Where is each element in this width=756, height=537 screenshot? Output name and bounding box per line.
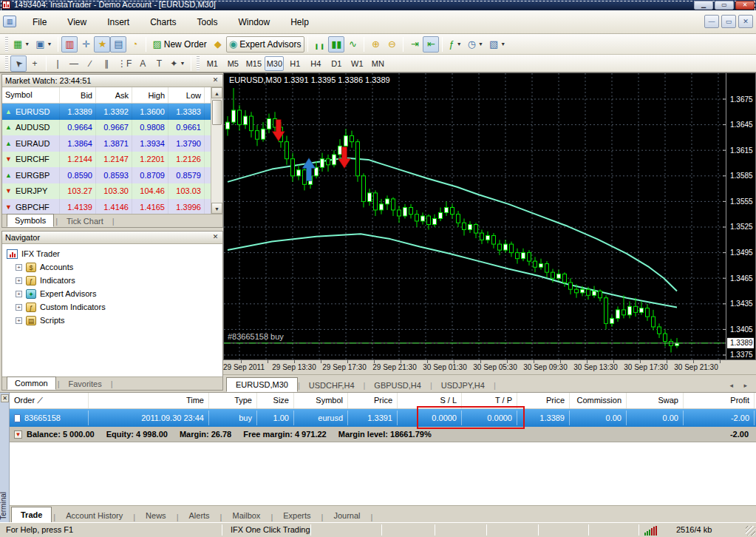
market-watch-close-icon[interactable]: ✕ xyxy=(211,76,220,86)
menu-view[interactable]: View xyxy=(57,14,97,30)
close-button[interactable]: ✕ xyxy=(735,1,755,10)
timeframe-h1[interactable]: H1 xyxy=(285,56,304,71)
terminal-toggle[interactable]: ▤ xyxy=(110,36,126,53)
templates-button[interactable]: ▧▼ xyxy=(486,36,508,53)
navigator-item-custom-indicators[interactable]: +ƒCustom Indicators xyxy=(16,300,222,314)
chart-tab-eurusd-m30[interactable]: EURUSD,M30 xyxy=(226,377,298,392)
terminal-tab-mailbox[interactable]: Mailbox xyxy=(223,508,269,523)
scroll-down-icon[interactable]: ▼ xyxy=(211,203,222,214)
navigator-close-icon[interactable]: ✕ xyxy=(211,233,220,243)
zoom-in-button[interactable]: ⊕ xyxy=(367,36,384,53)
timeframe-h4[interactable]: H4 xyxy=(306,56,325,71)
market-watch-row-eurchf[interactable]: ▼EURCHF1.21441.21471.22011.2126 xyxy=(2,152,211,168)
terminal-tab-experts[interactable]: Experts xyxy=(274,508,319,523)
horizontal-line-tool[interactable]: — xyxy=(66,55,82,72)
chart-tab-usdjpy-h4[interactable]: USDJPY,H4 xyxy=(432,379,494,392)
terminal-column-swap[interactable]: Swap xyxy=(627,393,684,408)
column-header-symbol[interactable]: Symbol xyxy=(2,87,60,103)
cursor-tool[interactable]: ➤ xyxy=(10,55,27,72)
terminal-column-tp[interactable]: T / P xyxy=(462,393,517,408)
expand-plus-icon[interactable]: + xyxy=(16,317,22,324)
fibonacci-tool[interactable]: ⋮F xyxy=(115,55,134,72)
chart-area[interactable]: #83665158 buy1.36751.36451.36151.35851.3… xyxy=(223,72,756,360)
candlestick-chart-button[interactable]: ▮▮ xyxy=(328,36,344,53)
bar-chart-button[interactable]: ╻╻ xyxy=(311,36,329,53)
timeframe-m30[interactable]: M30 xyxy=(265,56,284,71)
chart-tab-gbpusd-h4[interactable]: GBPUSD,H4 xyxy=(365,379,430,392)
column-header-low[interactable]: Low xyxy=(168,87,205,103)
timeframe-d1[interactable]: D1 xyxy=(327,56,346,71)
expand-plus-icon[interactable]: + xyxy=(16,304,22,311)
market-watch-row-eurgbp[interactable]: ▲EURGBP0.85900.85930.87090.8579 xyxy=(2,167,211,183)
crosshair-tool[interactable]: + xyxy=(27,55,43,72)
terminal-column-type[interactable]: Type xyxy=(209,393,257,408)
mdi-close-button[interactable]: ✕ xyxy=(738,15,753,28)
navigator-item-accounts[interactable]: +$Accounts xyxy=(16,260,222,274)
timeframe-w1[interactable]: W1 xyxy=(347,56,367,71)
strategy-tester-toggle[interactable]: ◔ xyxy=(126,36,143,53)
chart-shift-button[interactable]: ⇤ xyxy=(423,36,439,53)
terminal-column-price[interactable]: Price xyxy=(517,393,570,408)
scroll-up-icon[interactable]: ▲ xyxy=(211,87,222,98)
resize-grip[interactable] xyxy=(746,526,755,536)
menu-tools[interactable]: Tools xyxy=(187,14,228,30)
navigator-tab-favorites[interactable]: Favorites xyxy=(61,378,109,390)
terminal-tab-account-history[interactable]: Account History xyxy=(57,508,132,523)
mdi-restore-button[interactable]: ▭ xyxy=(721,15,736,28)
title-bar[interactable]: 1493404: InstaTrader - Demo Account - [E… xyxy=(0,0,756,10)
zoom-out-button[interactable]: ⊖ xyxy=(384,36,400,53)
profiles-button[interactable]: ▣▼ xyxy=(33,36,55,53)
terminal-tab-journal[interactable]: Journal xyxy=(324,508,369,523)
chart-window-icon[interactable]: ▥ xyxy=(3,16,16,27)
line-chart-button[interactable]: ∿ xyxy=(344,36,361,53)
arrows-tool[interactable]: ✦▼ xyxy=(167,55,188,72)
terminal-tab-news[interactable]: News xyxy=(137,508,175,523)
expand-plus-icon[interactable]: + xyxy=(16,264,22,271)
terminal-column-commission[interactable]: Commission xyxy=(570,393,627,408)
timeframe-m5[interactable]: M5 xyxy=(223,56,242,71)
label-tool[interactable]: T xyxy=(151,55,167,72)
terminal-column-size[interactable]: Size xyxy=(257,393,294,408)
auto-scroll-button[interactable]: ⇥ xyxy=(406,36,423,53)
market-watch-row-gbpchf[interactable]: ▼GBPCHF1.41391.41461.41651.3996 xyxy=(2,199,211,214)
expand-plus-icon[interactable]: + xyxy=(16,291,22,297)
channel-tool[interactable]: ∥ xyxy=(98,55,115,72)
market-watch-row-eurusd[interactable]: ▲EURUSD1.33891.33921.36001.3383 xyxy=(2,104,211,120)
terminal-tab-trade[interactable]: Trade xyxy=(11,507,52,523)
menu-insert[interactable]: Insert xyxy=(97,14,140,30)
periods-button[interactable]: ◷▼ xyxy=(465,36,486,53)
navigator-title[interactable]: Navigator ✕ xyxy=(2,232,222,244)
market-watch-row-euraud[interactable]: ▲EURAUD1.38641.38711.39341.3790 xyxy=(2,135,211,152)
navigator-item-expert-advisors[interactable]: +✦Expert Advisors xyxy=(16,287,222,300)
mdi-minimize-button[interactable]: — xyxy=(704,15,719,28)
menu-file[interactable]: File xyxy=(22,14,57,30)
terminal-column-order[interactable]: Order ⟋ xyxy=(10,393,89,408)
terminal-column-price[interactable]: Price xyxy=(348,393,398,408)
market-watch-row-eurjpy[interactable]: ▼EURJPY103.27103.30104.46103.03 xyxy=(2,183,211,200)
market-watch-tab-symbols[interactable]: Symbols xyxy=(7,214,54,227)
maximize-button[interactable]: ▭ xyxy=(715,1,734,10)
column-header-high[interactable]: High xyxy=(132,87,168,103)
navigator-toggle[interactable]: ★ xyxy=(94,36,110,53)
scroll-thumb[interactable] xyxy=(212,100,222,125)
chart-tab-usdchf-h4[interactable]: USDCHF,H4 xyxy=(300,379,364,392)
new-chart-button[interactable]: ▦▼ xyxy=(10,36,33,53)
trendline-tool[interactable]: ∕ xyxy=(82,55,98,72)
menu-window[interactable]: Window xyxy=(228,14,281,30)
navigator-item-scripts[interactable]: +▤Scripts xyxy=(16,314,222,327)
chart-tab-scroll-arrows[interactable]: ◂ ▸ xyxy=(729,382,752,389)
data-window-toggle[interactable]: ✛ xyxy=(78,36,94,53)
new-order-button[interactable]: ▨New Order xyxy=(149,36,209,53)
one-click-trading-label[interactable]: IFX One Click Trading xyxy=(231,525,310,534)
alert-icon[interactable]: ◆ xyxy=(210,36,226,53)
timeframe-m1[interactable]: M1 xyxy=(202,56,222,71)
market-watch-toggle[interactable]: ▥ xyxy=(61,36,78,53)
terminal-close-icon[interactable]: ✕ xyxy=(1,394,9,402)
market-watch-title[interactable]: Market Watch: 23:44:51 ✕ xyxy=(2,75,222,87)
terminal-column-sl[interactable]: S / L xyxy=(398,393,462,408)
market-watch-row-audusd[interactable]: ▲AUDUSD0.96640.96670.98080.9661 xyxy=(2,120,211,136)
terminal-tab-alerts[interactable]: Alerts xyxy=(180,508,218,523)
market-watch-tab-tick-chart[interactable]: Tick Chart xyxy=(59,215,111,227)
indicators-list-button[interactable]: ƒ▼ xyxy=(446,36,464,53)
menu-help[interactable]: Help xyxy=(280,14,319,30)
